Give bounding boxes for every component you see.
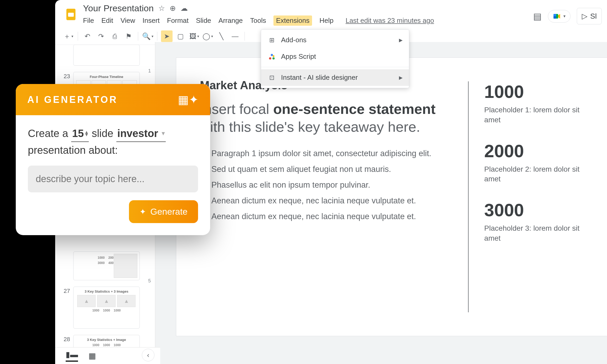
move-icon[interactable]: ⊕ (170, 4, 176, 13)
line-tool[interactable]: ╲ (216, 30, 227, 42)
menu-file[interactable]: File (83, 17, 94, 25)
divider (468, 81, 469, 312)
ai-generator-panel: AI GENERATOR ▦✦ Create a 15▴▾ slide inve… (16, 84, 210, 235)
slide-focal[interactable]: Insert focal one-sentence statement with… (200, 100, 452, 136)
print-button[interactable]: ⎙ (109, 30, 121, 42)
paint-format-button[interactable]: ⚑ (123, 30, 134, 42)
stat-block[interactable]: 1000Placeholder 1: lorem dolor sit amet (484, 81, 583, 125)
generate-button[interactable]: ✦ Generate (129, 200, 198, 223)
thumb-number: 23 (60, 72, 70, 80)
stepper-icon[interactable]: ▴▾ (85, 131, 88, 136)
stat-block[interactable]: 3000Placeholder 3: lorem dolor sit amet (484, 200, 583, 243)
doc-title[interactable]: Your Presentation (83, 3, 154, 13)
extensions-dropdown: ⊞ Add-ons ▶ Apps Script ⊡ Instant - AI s… (261, 29, 409, 88)
sparkle-icon: ✦ (139, 207, 146, 216)
svg-rect-4 (554, 16, 556, 19)
slide-count-field[interactable]: 15▴▾ (71, 125, 89, 142)
ai-panel-title: AI GENERATOR (27, 94, 118, 105)
presentation-type-field[interactable]: investor▾ (116, 125, 166, 142)
slide-bullets[interactable]: Paragraph 1 ipsum dolor sit amet, consec… (200, 149, 452, 221)
menu-edit[interactable]: Edit (101, 17, 113, 25)
cloud-icon[interactable]: ☁ (180, 4, 188, 13)
presentation-icon: ▦✦ (178, 93, 199, 106)
menu-extensions[interactable]: Extensions (273, 15, 312, 26)
image-tool[interactable]: 🖼 (188, 30, 200, 42)
svg-point-5 (269, 57, 271, 60)
menu-help[interactable]: Help (319, 17, 333, 25)
redo-button[interactable]: ↷ (95, 30, 107, 42)
undo-button[interactable]: ↶ (82, 30, 93, 42)
menu-arrange[interactable]: Arrange (219, 17, 243, 25)
addon-icon: ⊞ (268, 36, 276, 44)
menu-slide[interactable]: Slide (196, 17, 211, 25)
apps-script-icon (268, 53, 276, 61)
grid-view-icon[interactable]: ▦ (89, 351, 96, 360)
instant-icon: ⊡ (268, 74, 276, 82)
select-tool[interactable]: ➤ (161, 30, 173, 42)
collapse-filmstrip-button[interactable]: ‹ (142, 349, 154, 361)
thumb-number: 28 (60, 335, 70, 343)
menu-tools[interactable]: Tools (250, 17, 266, 25)
thumb-number: 27 (60, 287, 70, 294)
new-slide-button[interactable]: ＋ (63, 30, 74, 42)
present-button[interactable]: ▷ Sl (577, 8, 602, 24)
svg-point-6 (271, 54, 273, 56)
present-icon: ▷ (582, 12, 588, 20)
chevron-right-icon: ▶ (399, 37, 403, 43)
slide-thumb[interactable]: 3 Key Statistics + 3 Images ▲▲▲ 10001000… (73, 287, 140, 329)
svg-point-8 (273, 55, 274, 57)
svg-rect-3 (554, 14, 556, 16)
menu-item-instant[interactable]: ⊡ Instant - AI slide designer ▶ (261, 69, 409, 86)
slides-logo-icon (63, 6, 79, 23)
shape-tool[interactable]: ◯ (202, 30, 214, 42)
menu-item-addons[interactable]: ⊞ Add-ons ▶ (261, 32, 409, 48)
textbox-tool[interactable]: ▢ (175, 30, 186, 42)
slide-thumb[interactable]: 10002000 30004000 (73, 251, 140, 280)
line2-tool[interactable]: ― (229, 30, 241, 42)
topic-input[interactable] (28, 166, 198, 192)
chevron-right-icon: ▶ (399, 75, 403, 81)
comments-icon[interactable]: ▤ (533, 11, 542, 22)
stat-block[interactable]: 2000Placeholder 2: lorem dolor sit amet (484, 141, 583, 184)
svg-rect-1 (68, 13, 74, 17)
svg-point-7 (272, 57, 275, 60)
menu-format[interactable]: Format (167, 17, 189, 25)
star-icon[interactable]: ☆ (158, 4, 165, 13)
last-edit-link[interactable]: Last edit was 23 minutes ago (346, 17, 434, 25)
meet-button[interactable]: ▾ (548, 10, 570, 23)
filmstrip-view-icon[interactable]: ▮▬ (66, 350, 78, 362)
zoom-button[interactable]: 🔍 (142, 30, 153, 42)
menu-item-apps-script[interactable]: Apps Script (261, 48, 409, 65)
ai-prompt-sentence: Create a 15▴▾ slide investor▾ presentati… (28, 125, 198, 158)
menu-insert[interactable]: Insert (143, 17, 160, 25)
slide-canvas[interactable]: Market Analysis Insert focal one-sentenc… (176, 58, 607, 336)
menu-view[interactable]: View (121, 17, 135, 25)
slide-thumb[interactable] (73, 45, 140, 66)
